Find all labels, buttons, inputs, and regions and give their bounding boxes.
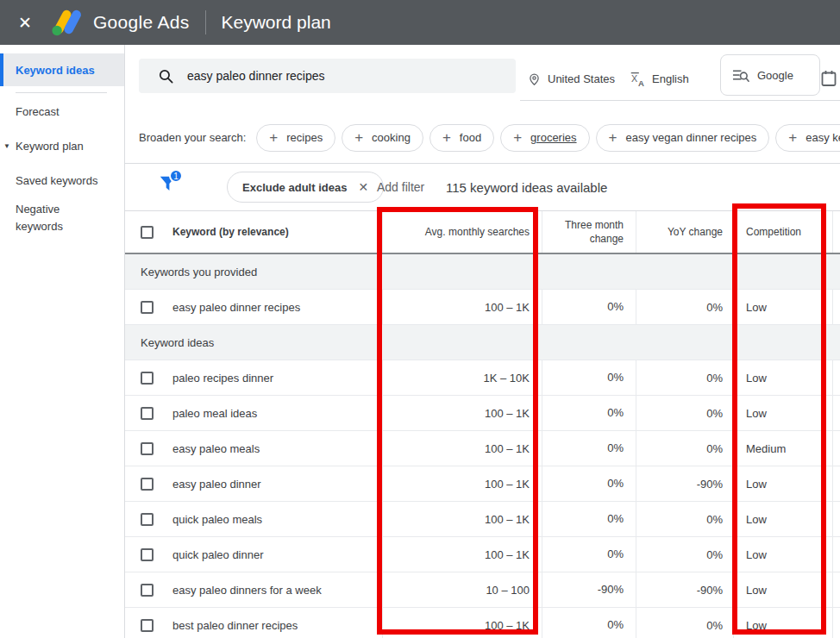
location-pin-icon bbox=[527, 72, 542, 86]
overflow-cell bbox=[832, 290, 840, 324]
row-checkbox[interactable] bbox=[141, 301, 154, 314]
keyword-row: paleo meal ideas100 – 1K0%0%Low bbox=[125, 396, 840, 431]
broaden-chip-groceries[interactable]: +groceries bbox=[500, 124, 589, 152]
row-checkbox[interactable] bbox=[141, 478, 154, 491]
row-checkbox[interactable] bbox=[141, 619, 154, 632]
three-month-change-cell: 0% bbox=[542, 608, 636, 638]
checkbox-cell bbox=[125, 572, 172, 607]
keyword-row: quick paleo meals100 – 1K0%0%Low bbox=[125, 502, 840, 537]
keyword-cell: easy paleo meals bbox=[172, 431, 382, 466]
sidebar-item-keyword-ideas[interactable]: Keyword ideas bbox=[0, 53, 124, 86]
column-header-yoy-change[interactable]: YoY change bbox=[636, 211, 733, 253]
overflow-cell bbox=[832, 572, 840, 607]
table-header-row: Keyword (by relevance) Avg. monthly sear… bbox=[125, 211, 840, 254]
close-icon[interactable]: ✕ bbox=[18, 15, 32, 31]
sidebar-item-keyword-plan[interactable]: ▼Keyword plan bbox=[0, 128, 124, 163]
competition-cell: Low bbox=[733, 572, 832, 607]
search-input[interactable]: easy paleo dinner recipes bbox=[139, 59, 516, 93]
sidebar-item-label: Negative keywords bbox=[16, 201, 88, 235]
row-checkbox[interactable] bbox=[141, 548, 154, 561]
checkbox-cell bbox=[125, 360, 172, 395]
column-header-three-month-change[interactable]: Three month change bbox=[542, 211, 636, 253]
overflow-cell bbox=[832, 360, 840, 395]
overflow-cell bbox=[832, 537, 840, 572]
three-month-change-cell: 0% bbox=[542, 502, 636, 536]
sidebar-item-label: Keyword plan bbox=[16, 140, 84, 153]
keyword-row: easy paleo dinners for a week10 – 100-90… bbox=[125, 572, 840, 608]
sidebar-item-label: Saved keywords bbox=[16, 174, 97, 187]
chevron-down-icon: ▼ bbox=[3, 142, 10, 150]
row-checkbox[interactable] bbox=[141, 513, 154, 526]
yoy-change-cell: 0% bbox=[636, 502, 733, 536]
chip-label: cooking bbox=[372, 131, 411, 144]
location-selector[interactable]: United States bbox=[527, 45, 615, 112]
avg-monthly-searches-cell: 100 – 1K bbox=[382, 466, 542, 501]
keyword-cell: quick paleo meals bbox=[172, 502, 382, 536]
keyword-cell: paleo meal ideas bbox=[172, 396, 382, 430]
broaden-chip-easy-vegan-dinner-recipes[interactable]: +easy vegan dinner recipes bbox=[596, 124, 770, 152]
network-label: Google bbox=[757, 69, 793, 82]
sidebar-item-forecast[interactable]: Forecast bbox=[0, 94, 124, 128]
plus-icon: + bbox=[788, 130, 797, 145]
column-header-competition[interactable]: Competition bbox=[733, 211, 832, 253]
filter-funnel-icon[interactable]: 1 bbox=[158, 174, 180, 200]
select-all-checkbox[interactable] bbox=[141, 226, 154, 239]
plus-icon: + bbox=[442, 130, 451, 145]
avg-monthly-searches-cell: 100 – 1K bbox=[382, 537, 542, 572]
avg-monthly-searches-cell: 100 – 1K bbox=[382, 290, 542, 324]
content: easy paleo dinner recipes United States … bbox=[125, 45, 840, 638]
network-selector[interactable]: Google bbox=[720, 54, 820, 96]
plus-icon: + bbox=[354, 130, 363, 145]
search-network-icon bbox=[732, 68, 749, 83]
sidebar-item-label: Keyword ideas bbox=[16, 64, 95, 77]
active-filter-label: Exclude adult ideas bbox=[242, 181, 347, 194]
filter-count-badge: 1 bbox=[169, 169, 183, 183]
svg-text:A: A bbox=[638, 78, 644, 86]
chip-label: easy keto dinner recipes bbox=[806, 131, 840, 144]
checkbox-cell bbox=[125, 537, 172, 572]
keyword-cell: easy paleo dinners for a week bbox=[172, 572, 382, 607]
language-selector[interactable]: X A English bbox=[630, 45, 689, 112]
remove-filter-icon[interactable]: ✕ bbox=[358, 180, 368, 194]
google-ads-logo-icon bbox=[50, 8, 85, 37]
broaden-chip-recipes[interactable]: +recipes bbox=[256, 124, 335, 152]
sidebar-divider bbox=[16, 92, 107, 93]
sidebar-item-label: Forecast bbox=[16, 105, 60, 118]
yoy-change-cell: 0% bbox=[636, 431, 733, 466]
page-title: Keyword plan bbox=[222, 12, 331, 33]
calendar-icon[interactable] bbox=[820, 70, 837, 87]
column-header-keyword[interactable]: Keyword (by relevance) bbox=[172, 211, 382, 253]
keyword-row: easy paleo dinner100 – 1K0%-90%Low bbox=[125, 466, 840, 502]
row-checkbox[interactable] bbox=[141, 372, 154, 385]
three-month-change-cell: 0% bbox=[542, 396, 636, 430]
row-checkbox[interactable] bbox=[141, 584, 154, 597]
broaden-chip-cooking[interactable]: +cooking bbox=[342, 124, 423, 152]
column-header-avg-monthly-searches[interactable]: Avg. monthly searches bbox=[382, 211, 542, 253]
add-filter-button[interactable]: Add filter bbox=[377, 164, 424, 210]
column-header-overflow bbox=[832, 211, 840, 253]
sidebar-item-saved-keywords[interactable]: Saved keywords bbox=[0, 163, 124, 197]
yoy-change-cell: 0% bbox=[636, 360, 733, 395]
translate-icon: X A bbox=[630, 71, 646, 87]
broaden-search-row: Broaden your search: +recipes+cooking+fo… bbox=[125, 112, 840, 164]
row-checkbox[interactable] bbox=[141, 407, 154, 420]
broaden-chip-food[interactable]: +food bbox=[429, 124, 494, 152]
yoy-change-cell: -90% bbox=[636, 572, 733, 607]
active-filter-chip[interactable]: Exclude adult ideas ✕ bbox=[227, 172, 384, 203]
avg-monthly-searches-cell: 10 – 100 bbox=[382, 572, 542, 607]
three-month-change-cell: 0% bbox=[542, 537, 636, 572]
checkbox-cell bbox=[125, 290, 172, 324]
section-header-row: Keyword ideas bbox=[125, 325, 840, 360]
avg-monthly-searches-cell: 100 – 1K bbox=[382, 396, 542, 430]
sidebar-item-negative-keywords[interactable]: Negative keywords bbox=[0, 197, 124, 239]
sidebar: Keyword ideasForecast▼Keyword planSaved … bbox=[0, 45, 125, 638]
three-month-change-cell: -90% bbox=[542, 572, 636, 607]
overflow-cell bbox=[832, 466, 840, 501]
row-checkbox[interactable] bbox=[141, 442, 154, 455]
avg-monthly-searches-cell: 100 – 1K bbox=[382, 502, 542, 536]
broaden-chip-easy-keto-dinner-recipes[interactable]: +easy keto dinner recipes bbox=[775, 124, 840, 152]
keyword-cell: best paleo dinner recipes bbox=[172, 608, 382, 638]
brand-title: Google Ads bbox=[93, 12, 190, 33]
filter-row: 1 Exclude adult ideas ✕ Add filter 115 k… bbox=[125, 164, 840, 210]
keyword-cell: easy paleo dinner recipes bbox=[172, 290, 382, 324]
